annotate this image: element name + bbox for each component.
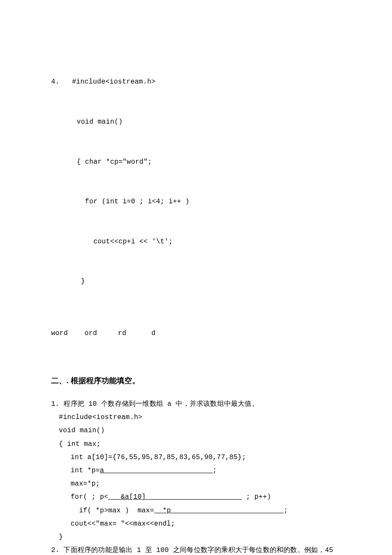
code-line: 4. #include<iostream.h> [51,75,341,89]
code-line: { int max; [51,438,341,451]
code-line: cout<<"max= "<<max<<endl; [51,517,341,531]
blank-fill: *p [154,507,284,515]
code-line: #include<iostream.h> [51,411,341,424]
code-line: max=*p; [51,477,341,491]
document-page: 4. #include<iostream.h> void main() { ch… [0,0,392,555]
code-line: } [51,531,341,544]
code-line: cout<<cp+i << '\t'; [51,235,341,249]
code-line: int *p=a ; [51,464,341,477]
blank-fill: a [100,467,213,474]
section-title: 二、. 根据程序功能填空。 [51,373,341,388]
code-line: for( ; p< &a[10] ; p++) [51,491,341,504]
program-output: word ord rd d [51,327,341,340]
code-block-4: 4. #include<iostream.h> void main() { ch… [51,49,341,315]
code-line: { char *cp="word"; [51,156,341,169]
question-2-desc: 2. 下面程序的功能是输出 1 至 100 之间每位数字的乘积大于每位数的和的数… [51,544,341,555]
code-line: void main() [51,116,341,129]
code-line: for (int i=0 ; i<4; i++ ) [51,195,341,208]
blank-fill: &a[10] [108,493,242,501]
question-1-desc: 1. 程序把 10 个数存储到一维数组 a 中，并求该数组中最大值。 [51,398,341,411]
code-line: void main() [51,424,341,437]
code-line: } [51,275,341,288]
code-line: int a[10]={76,55,95,87,85,83,65,90,77,85… [51,451,341,464]
code-line: if( *p>max ) max= *p ; [51,504,341,517]
